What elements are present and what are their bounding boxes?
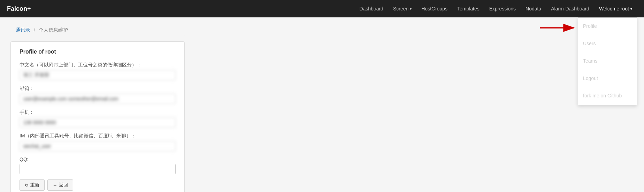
- back-label: 返回: [59, 182, 68, 188]
- nav-item-alarm-dashboard: Alarm-Dashboard: [546, 0, 594, 17]
- form-buttons: ↻ 重新 ← 返回: [20, 179, 176, 191]
- nav-link-alarm-dashboard[interactable]: Alarm-Dashboard: [546, 0, 594, 17]
- nav-item-templates: Templates: [452, 0, 484, 17]
- screen-caret-icon: ▾: [410, 7, 412, 11]
- nav-link-dashboard[interactable]: Dashboard: [354, 0, 388, 17]
- back-button[interactable]: ← 返回: [47, 179, 73, 191]
- breadcrumb-parent[interactable]: 通讯录: [16, 27, 30, 33]
- breadcrumb: 通讯录 / 个人信息维护: [10, 24, 185, 36]
- back-icon: ←: [53, 183, 57, 188]
- dropdown-item-profile[interactable]: Profile: [578, 18, 637, 35]
- nav-link-templates[interactable]: Templates: [452, 0, 484, 17]
- dropdown-item-logout[interactable]: Logout: [578, 70, 637, 87]
- form-group-im: IM（内部通讯工具账号、比如微信、百度hi、米聊）：: [20, 133, 176, 151]
- nav-item-hostgroups: HostGroups: [416, 0, 452, 17]
- dropdown-item-users[interactable]: Users: [578, 35, 637, 53]
- label-qq: QQ:: [20, 157, 176, 162]
- nav-item-dashboard: Dashboard: [354, 0, 388, 17]
- nav-link-welcome-root[interactable]: Welcome root ▾: [594, 0, 637, 17]
- breadcrumb-separator: /: [34, 27, 35, 33]
- navbar: Falcon+ Dashboard Screen ▾ HostGroups Te…: [0, 0, 644, 17]
- form-group-phone: 手机：: [20, 109, 176, 128]
- breadcrumb-current: 个人信息维护: [39, 27, 68, 33]
- dropdown-item-fork[interactable]: fork me on Github: [578, 87, 637, 105]
- refresh-label: 重新: [30, 182, 39, 188]
- nav-item-welcome-root: Welcome root ▾ Profile Users Teams Logou…: [594, 0, 637, 17]
- brand-logo[interactable]: Falcon+: [7, 5, 31, 13]
- label-email: 邮箱：: [20, 86, 176, 92]
- refresh-button[interactable]: ↻ 重新: [20, 179, 45, 191]
- dropdown-item-teams[interactable]: Teams: [578, 53, 637, 70]
- panel-title: Profile of root: [20, 49, 176, 55]
- input-qq[interactable]: [20, 164, 176, 174]
- refresh-icon: ↻: [25, 183, 29, 188]
- nav-link-screen[interactable]: Screen ▾: [388, 0, 416, 17]
- label-im: IM（内部通讯工具账号、比如微信、百度hi、米聊）：: [20, 133, 176, 139]
- form-group-email: 邮箱：: [20, 86, 176, 104]
- nav-item-screen: Screen ▾: [388, 0, 416, 17]
- nav-link-expressions[interactable]: Expressions: [484, 0, 521, 17]
- nav-link-nodata[interactable]: Nodata: [521, 0, 546, 17]
- welcome-root-caret-icon: ▾: [630, 7, 632, 11]
- nav-links: Dashboard Screen ▾ HostGroups Templates …: [354, 0, 637, 17]
- input-chinese-name[interactable]: [20, 70, 176, 80]
- nav-item-expressions: Expressions: [484, 0, 521, 17]
- welcome-root-dropdown: Profile Users Teams Logout fork me on Gi…: [578, 17, 637, 105]
- input-email[interactable]: [20, 94, 176, 104]
- label-chinese-name: 中文名（可以附带上部门、工位号之类的做详细区分）：: [20, 62, 176, 68]
- label-phone: 手机：: [20, 109, 176, 115]
- form-group-qq: QQ:: [20, 157, 176, 174]
- form-group-chinese-name: 中文名（可以附带上部门、工位号之类的做详细区分）：: [20, 62, 176, 80]
- input-phone[interactable]: [20, 117, 176, 128]
- nav-link-hostgroups[interactable]: HostGroups: [416, 0, 452, 17]
- nav-item-nodata: Nodata: [521, 0, 546, 17]
- profile-panel: Profile of root 中文名（可以附带上部门、工位号之类的做详细区分）…: [10, 41, 185, 192]
- main-content: 通讯录 / 个人信息维护 Profile of root 中文名（可以附带上部门…: [0, 17, 644, 192]
- input-im[interactable]: [20, 141, 176, 151]
